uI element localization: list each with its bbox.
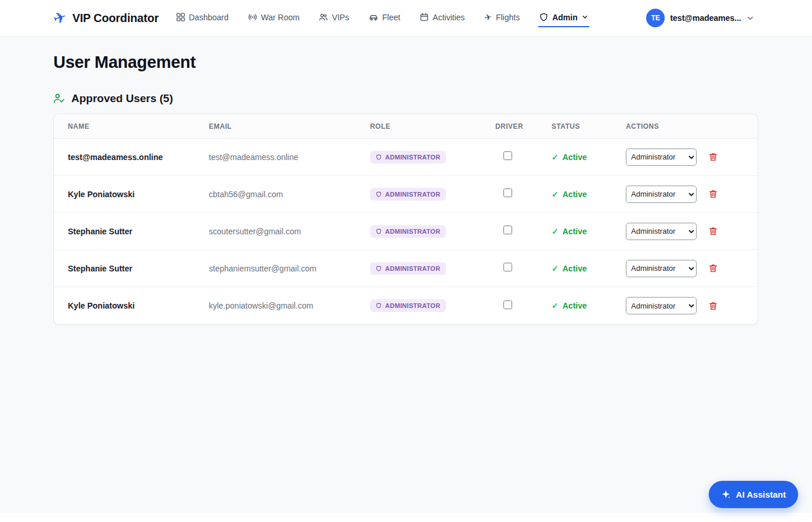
role-badge-label: ADMINISTRATOR <box>385 191 440 198</box>
nav-label-flights: Flights <box>496 13 520 22</box>
status-badge: ✓ Active <box>552 153 626 162</box>
nav-item-flights[interactable]: ✈ Flights <box>483 9 521 27</box>
nav-item-war-room[interactable]: War Room <box>247 9 300 27</box>
shield-icon <box>376 266 382 271</box>
nav-label-activities: Activities <box>433 13 465 22</box>
driver-checkbox[interactable] <box>503 226 512 234</box>
delete-user-button[interactable] <box>707 188 719 200</box>
check-icon: ✓ <box>552 301 559 310</box>
table-body: test@madeamess.online test@madeamess.onl… <box>54 139 757 324</box>
user-check-icon <box>53 93 65 104</box>
user-email: cbtah56@gmail.com <box>209 190 370 199</box>
brand[interactable]: ✈ VIP Coordinator <box>53 10 159 26</box>
status-label: Active <box>563 301 587 310</box>
brand-name: VIP Coordinator <box>72 12 159 25</box>
status-label: Active <box>563 264 587 273</box>
ai-assistant-label: AI Assistant <box>736 490 786 499</box>
status-label: Active <box>563 227 587 236</box>
ai-assistant-button[interactable]: AI Assistant <box>709 481 798 508</box>
nav-item-vips[interactable]: VIPs <box>318 9 350 27</box>
nav-label-vips: VIPs <box>332 13 349 22</box>
trash-icon <box>708 189 718 199</box>
user-email: stephaniemsutter@gmail.com <box>209 264 370 273</box>
nav-label-admin: Admin <box>552 13 578 22</box>
col-header-actions: ACTIONS <box>626 122 744 130</box>
nav-item-fleet[interactable]: Fleet <box>368 9 401 27</box>
delete-user-button[interactable] <box>707 225 719 237</box>
check-icon: ✓ <box>552 153 559 162</box>
shield-icon <box>376 303 382 309</box>
shield-icon <box>539 13 548 21</box>
nav-item-dashboard[interactable]: Dashboard <box>175 9 230 27</box>
shield-icon <box>376 229 382 234</box>
delete-user-button[interactable] <box>707 300 719 312</box>
col-header-driver: DRIVER <box>495 122 552 130</box>
table-row: test@madeamess.online test@madeamess.onl… <box>54 139 757 176</box>
user-menu[interactable]: TE test@madeames... <box>646 9 754 27</box>
nav-label-war-room: War Room <box>261 13 299 22</box>
col-header-role: ROLE <box>370 122 495 130</box>
user-name: Stephanie Sutter <box>68 264 209 273</box>
chevron-down-icon <box>746 14 754 22</box>
status-badge: ✓ Active <box>552 190 626 199</box>
status-label: Active <box>563 153 587 162</box>
role-badge: ADMINISTRATOR <box>370 262 446 275</box>
role-select[interactable]: Administrator <box>626 297 697 314</box>
user-name: test@madeamess.online <box>68 153 209 162</box>
delete-user-button[interactable] <box>707 151 719 163</box>
user-name: Kyle Poniatowski <box>68 301 209 310</box>
driver-checkbox[interactable] <box>503 300 512 309</box>
nav-label-dashboard: Dashboard <box>189 13 229 22</box>
chevron-down-icon <box>582 14 588 20</box>
table-row: Kyle Poniatowski kyle.poniatowski@gmail.… <box>54 287 757 324</box>
col-header-email: EMAIL <box>209 122 370 130</box>
col-header-status: STATUS <box>552 122 626 130</box>
role-badge: ADMINISTRATOR <box>370 299 446 312</box>
trash-icon <box>708 226 718 236</box>
table-row: Stephanie Sutter stephaniemsutter@gmail.… <box>54 250 757 287</box>
role-badge: ADMINISTRATOR <box>370 188 446 201</box>
trash-icon <box>708 301 718 311</box>
role-select[interactable]: Administrator <box>626 260 697 277</box>
table-row: Stephanie Sutter scoutersutter@gmail.com… <box>54 213 757 250</box>
role-badge: ADMINISTRATOR <box>370 151 446 164</box>
driver-checkbox[interactable] <box>503 151 512 160</box>
main-content: User Management Approved Users (5) NAME … <box>0 37 812 513</box>
driver-checkbox[interactable] <box>503 188 512 197</box>
dashboard-icon <box>176 13 185 21</box>
user-name: Kyle Poniatowski <box>68 190 209 199</box>
table-header-row: NAME EMAIL ROLE DRIVER STATUS ACTIONS <box>54 114 757 139</box>
user-menu-email: test@madeames... <box>670 13 741 23</box>
role-select[interactable]: Administrator <box>626 186 697 203</box>
users-table: NAME EMAIL ROLE DRIVER STATUS ACTIONS te… <box>53 114 758 325</box>
check-icon: ✓ <box>552 264 559 273</box>
role-badge-label: ADMINISTRATOR <box>385 228 440 235</box>
status-badge: ✓ Active <box>552 301 626 310</box>
avatar: TE <box>646 9 665 27</box>
driver-checkbox[interactable] <box>503 263 512 271</box>
navbar: ✈ VIP Coordinator Dashboard War Room VIP… <box>0 0 812 37</box>
nav-item-activities[interactable]: Activities <box>419 9 466 27</box>
nav-label-fleet: Fleet <box>382 13 400 22</box>
role-badge: ADMINISTRATOR <box>370 225 446 238</box>
car-icon <box>369 13 378 22</box>
nav-item-admin[interactable]: Admin <box>538 9 589 27</box>
section-title: Approved Users (5) <box>71 92 173 105</box>
calendar-icon <box>420 13 429 21</box>
delete-user-button[interactable] <box>707 262 719 274</box>
shield-icon <box>376 191 382 197</box>
main-nav: Dashboard War Room VIPs Fleet Activities… <box>175 9 589 27</box>
role-badge-label: ADMINISTRATOR <box>385 302 440 309</box>
check-icon: ✓ <box>552 190 559 199</box>
status-label: Active <box>563 190 587 199</box>
approved-users-section-header: Approved Users (5) <box>53 92 758 105</box>
role-select[interactable]: Administrator <box>626 148 697 166</box>
role-badge-label: ADMINISTRATOR <box>385 265 440 272</box>
user-name: Stephanie Sutter <box>68 227 209 236</box>
role-badge-label: ADMINISTRATOR <box>385 154 440 161</box>
col-header-name: NAME <box>68 122 209 130</box>
status-badge: ✓ Active <box>552 227 626 236</box>
shield-icon <box>376 154 382 160</box>
broadcast-icon <box>248 13 257 21</box>
role-select[interactable]: Administrator <box>626 223 697 240</box>
